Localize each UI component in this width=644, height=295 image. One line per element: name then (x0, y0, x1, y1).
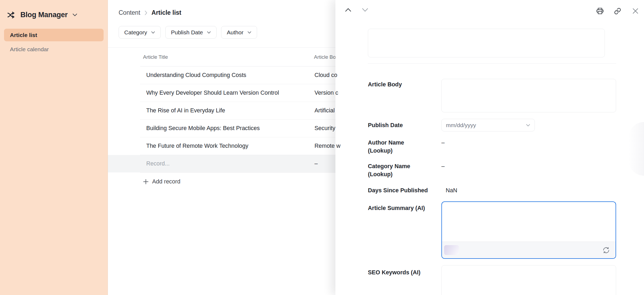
cell-article-body: – (314, 160, 318, 167)
link-icon (614, 8, 621, 15)
sidebar-item-label: Article calendar (10, 46, 49, 53)
close-icon (632, 8, 639, 14)
breadcrumb-parent[interactable]: Content (119, 9, 140, 16)
field-label: Category Name (Lookup) (368, 162, 428, 178)
field-days-since-published: Days Since Published NaN (368, 186, 616, 194)
panel-divider (368, 63, 616, 64)
cell-article-title: Record... (146, 160, 170, 167)
printer-icon (596, 7, 604, 15)
record-panel-body: Article Body Publish Date mm/dd/yyyy Aut… (335, 29, 644, 295)
chevron-down-icon (207, 31, 211, 34)
publish-date-input[interactable]: mm/dd/yyyy (441, 119, 535, 131)
ai-badge (444, 245, 459, 255)
field-label: Days Since Published (368, 186, 428, 194)
cell-article-body: Artificial (314, 107, 335, 114)
field-author-lookup: Author Name (Lookup) – (368, 139, 616, 155)
author-lookup-value: – (441, 139, 445, 155)
filter-author-button[interactable]: Author (221, 26, 257, 39)
filter-label: Author (227, 29, 243, 36)
cell-article-body: Security (314, 125, 335, 132)
print-button[interactable] (596, 7, 604, 15)
field-seo-keywords-ai: SEO Keywords (AI) (368, 265, 616, 295)
cell-article-title: Why Every Developer Should Learn Version… (146, 90, 279, 96)
field-label: Author Name (Lookup) (368, 139, 428, 155)
cell-article-title: Understanding Cloud Computing Costs (146, 72, 246, 79)
sidebar-item-article-calendar[interactable]: Article calendar (4, 43, 104, 56)
sidebar: Blog Manager Article list Article calend… (0, 0, 108, 295)
date-placeholder: mm/dd/yyyy (446, 122, 476, 128)
app-switcher[interactable]: Blog Manager (7, 11, 101, 19)
cell-article-body: Version c (314, 90, 338, 96)
seo-keywords-ai-input[interactable] (441, 265, 616, 295)
cell-article-body: Cloud co (314, 72, 337, 79)
record-detail-panel: Article Body Publish Date mm/dd/yyyy Aut… (335, 0, 644, 295)
cell-article-title: The Future of Remote Work Technology (146, 143, 248, 149)
add-record-label: Add record (152, 178, 180, 185)
field-label: Article Summary (AI) (368, 201, 428, 259)
filter-label: Category (124, 29, 147, 36)
filter-category-button[interactable]: Category (119, 26, 161, 39)
chevron-up-icon (345, 8, 351, 12)
next-record-button[interactable] (362, 8, 368, 12)
field-category-lookup: Category Name (Lookup) – (368, 162, 616, 178)
field-article-summary-ai: Article Summary (AI) (368, 201, 616, 259)
edge-handle[interactable] (628, 122, 644, 176)
page-title: Article list (152, 9, 181, 16)
field-label: Publish Date (368, 121, 428, 129)
close-panel-button[interactable] (632, 8, 639, 14)
sidebar-item-article-list[interactable]: Article list (4, 29, 104, 41)
field-label: Article Body (368, 79, 428, 112)
refresh-icon (603, 247, 610, 254)
field-label: SEO Keywords (AI) (368, 265, 428, 295)
article-title-input[interactable] (368, 29, 605, 57)
chevron-down-icon (151, 31, 155, 34)
article-summary-ai-input[interactable] (441, 201, 616, 259)
cell-article-body: Remote w (314, 143, 341, 149)
column-header-article-body[interactable]: Article Bod (314, 54, 339, 60)
cell-article-title: Building Secure Mobile Apps: Best Practi… (146, 125, 260, 132)
app-window: Blog Manager Article list Article calend… (0, 0, 644, 295)
plus-icon (143, 179, 149, 185)
chevron-down-icon (362, 8, 368, 12)
chevron-down-icon (526, 124, 530, 127)
days-since-published-value: NaN (441, 186, 457, 194)
filter-publish-date-button[interactable]: Publish Date (165, 26, 217, 39)
column-header-article-title[interactable]: Article Title (143, 54, 168, 60)
field-publish-date: Publish Date mm/dd/yyyy (368, 119, 616, 131)
field-article-body: Article Body (368, 79, 616, 112)
sidebar-nav: Article list Article calendar (4, 29, 104, 56)
sidebar-item-label: Article list (10, 32, 37, 38)
shuffle-icon (7, 11, 16, 19)
copy-link-button[interactable] (614, 8, 621, 15)
category-lookup-value: – (441, 162, 445, 178)
ai-summary-footer (442, 242, 616, 258)
chevron-down-icon (72, 13, 77, 16)
app-title: Blog Manager (20, 11, 68, 19)
article-body-input[interactable] (441, 79, 616, 112)
filter-label: Publish Date (171, 29, 203, 36)
cell-article-title: The Rise of AI in Everyday Life (146, 107, 225, 114)
chevron-down-icon (247, 31, 251, 34)
record-panel-toolbar (335, 0, 644, 19)
previous-record-button[interactable] (345, 8, 351, 12)
regenerate-button[interactable] (603, 247, 610, 254)
chevron-right-icon (144, 10, 148, 15)
ai-summary-text-area[interactable] (442, 202, 616, 242)
